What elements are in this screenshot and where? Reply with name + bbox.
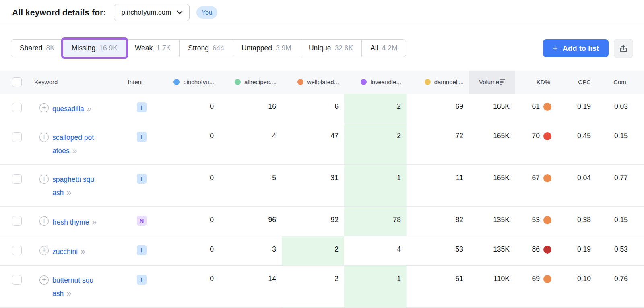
sort-descending-icon	[500, 79, 505, 85]
column-header-pinchofyum[interactable]: pinchofyu...	[155, 71, 219, 94]
add-keyword-icon[interactable]: +	[39, 175, 49, 184]
cpc-value: 0.38	[561, 207, 597, 236]
row-checkbox[interactable]	[12, 246, 22, 255]
position-loveandlemons: 1	[344, 266, 407, 307]
add-keyword-icon[interactable]: +	[39, 216, 49, 226]
keyword-expand-icon[interactable]: »	[66, 288, 70, 298]
kd-value: 86	[515, 236, 561, 265]
domain-selector[interactable]: pinchofyum.com	[114, 4, 190, 21]
intent-badge: I	[137, 102, 147, 112]
keyword-expand-icon[interactable]: »	[87, 104, 91, 113]
position-pinchofyum: 0	[155, 94, 219, 123]
intent-badge: I	[137, 174, 147, 184]
plus-icon: +	[553, 44, 558, 53]
column-header-loveandlemons[interactable]: loveandle...	[344, 71, 407, 94]
position-wellplated: 47	[282, 123, 344, 164]
column-header-allrecipes[interactable]: allrecipes....	[219, 71, 282, 94]
volume-value: 135K	[469, 236, 515, 265]
kd-difficulty-dot-icon	[543, 275, 551, 283]
kd-value: 53	[515, 207, 561, 236]
column-header-volume[interactable]: Volume	[469, 71, 515, 94]
toolbar: Shared8K Missing16.9K Weak1.7K Strong644…	[0, 25, 644, 57]
column-header-intent[interactable]: Intent	[125, 71, 155, 94]
keyword-link[interactable]: quesadilla»	[52, 102, 91, 115]
add-keyword-icon[interactable]: +	[39, 133, 49, 142]
com-value: 0.77	[597, 165, 633, 206]
position-damndelicious: 51	[407, 266, 469, 307]
keyword-expand-icon[interactable]: »	[66, 187, 70, 197]
export-icon	[619, 44, 628, 53]
keyword-link[interactable]: spaghetti squash»	[52, 173, 94, 199]
add-keyword-icon[interactable]: +	[39, 275, 49, 285]
table-header: Keyword Intent pinchofyu... allrecipes..…	[0, 71, 644, 94]
position-wellplated: 2	[282, 266, 344, 307]
position-allrecipes: 4	[219, 123, 282, 164]
you-badge: You	[196, 6, 217, 19]
position-pinchofyum: 0	[155, 266, 219, 307]
row-checkbox[interactable]	[12, 132, 22, 142]
tab-all[interactable]: All4.2M	[361, 40, 406, 57]
position-pinchofyum: 0	[155, 236, 219, 265]
com-value: 0.15	[597, 207, 633, 236]
tab-weak[interactable]: Weak1.7K	[126, 40, 179, 57]
kd-difficulty-dot-icon	[543, 174, 551, 182]
position-loveandlemons: 78	[344, 207, 407, 236]
row-checkbox[interactable]	[12, 174, 22, 184]
keyword-link[interactable]: fresh thyme»	[52, 215, 96, 229]
cpc-value: 0.04	[561, 165, 597, 206]
table-row: + scalloped potatoes» I 0 4 47 2 72 165K…	[0, 123, 644, 165]
column-header-wellplated[interactable]: wellplated...	[282, 71, 344, 94]
com-value: 0.03	[597, 94, 633, 123]
kd-number: 67	[532, 174, 540, 182]
position-loveandlemons: 2	[344, 123, 407, 164]
keyword-expand-icon[interactable]: »	[92, 217, 96, 226]
domain-selector-value: pinchofyum.com	[121, 8, 171, 17]
position-damndelicious: 53	[407, 236, 469, 265]
kd-difficulty-dot-icon	[543, 216, 551, 224]
keyword-link[interactable]: butternut squash»	[52, 274, 93, 300]
pinchofyum-dot-icon	[173, 79, 180, 85]
keyword-link[interactable]: zucchini»	[52, 245, 85, 258]
chevron-down-icon	[177, 10, 183, 15]
tab-shared[interactable]: Shared8K	[11, 40, 63, 57]
kd-value: 67	[515, 165, 561, 206]
volume-value: 110K	[469, 266, 515, 307]
position-loveandlemons: 2	[344, 94, 407, 123]
position-loveandlemons: 4	[344, 236, 407, 265]
table-row: + quesadilla» I 0 16 6 2 69 165K 61 0.19…	[0, 94, 644, 123]
tab-unique[interactable]: Unique32.8K	[300, 40, 361, 57]
keyword-expand-icon[interactable]: »	[72, 146, 76, 155]
column-header-damndelicious[interactable]: damndeli...	[407, 71, 469, 94]
keyword-expand-icon[interactable]: »	[80, 246, 85, 256]
column-header-keyword[interactable]: Keyword	[30, 71, 125, 94]
cpc-value: 0.19	[561, 236, 597, 265]
keyword-link[interactable]: scalloped potatoes»	[52, 131, 94, 157]
com-value: 0.53	[597, 236, 633, 265]
tab-untapped[interactable]: Untapped3.9M	[233, 40, 300, 57]
cpc-value: 0.10	[561, 266, 597, 307]
row-checkbox[interactable]	[12, 103, 22, 112]
volume-value: 135K	[469, 207, 515, 236]
position-allrecipes: 96	[219, 207, 282, 236]
tab-strong[interactable]: Strong644	[179, 40, 233, 57]
select-all-checkbox[interactable]	[12, 77, 22, 87]
column-header-kd[interactable]: KD%	[515, 71, 561, 94]
position-allrecipes: 14	[219, 266, 282, 307]
filter-tabs: Shared8K Missing16.9K Weak1.7K Strong644…	[11, 39, 406, 57]
com-value: 0.15	[597, 123, 633, 164]
intent-badge: N	[137, 216, 147, 226]
table-row: + fresh thyme» N 0 96 92 78 82 135K 53 0…	[0, 207, 644, 236]
intent-badge: I	[137, 132, 147, 142]
row-checkbox[interactable]	[12, 216, 22, 226]
add-to-list-button[interactable]: + Add to list	[543, 39, 609, 57]
position-damndelicious: 69	[407, 94, 469, 123]
tab-missing[interactable]: Missing16.9K	[63, 40, 126, 57]
column-header-cpc[interactable]: CPC	[561, 71, 597, 94]
add-keyword-icon[interactable]: +	[39, 246, 49, 255]
column-header-com[interactable]: Com.	[597, 71, 633, 94]
export-button[interactable]	[614, 39, 633, 58]
position-damndelicious: 82	[407, 207, 469, 236]
top-bar: All keyword details for: pinchofyum.com …	[0, 0, 644, 25]
add-keyword-icon[interactable]: +	[39, 103, 49, 112]
row-checkbox[interactable]	[12, 275, 22, 285]
